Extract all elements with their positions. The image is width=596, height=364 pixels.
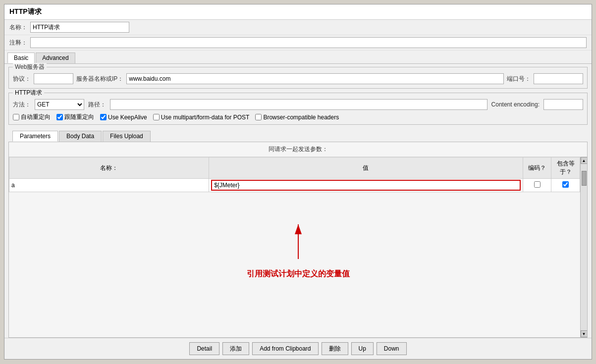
param-value-cell — [209, 179, 523, 192]
add-button[interactable]: 添加 — [222, 342, 249, 355]
tab-files-upload[interactable]: Files Upload — [103, 131, 151, 142]
web-server-section: Web服务器 协议： 服务器名称或IP： 端口号： — [8, 67, 588, 89]
tab-parameters[interactable]: Parameters — [12, 131, 58, 142]
down-button[interactable]: Down — [377, 342, 407, 355]
param-name-value: a — [11, 182, 15, 189]
follow-redirect-checkbox[interactable]: 跟随重定向 — [56, 113, 94, 121]
params-title: 同请求一起发送参数： — [9, 142, 587, 157]
param-include-checkbox[interactable] — [562, 181, 569, 188]
keep-alive-checkbox[interactable]: Use KeepAlive — [100, 114, 147, 121]
sub-tabs: Parameters Body Data Files Upload — [8, 129, 588, 142]
params-table-wrapper: 名称： 值 编码？ 包含等于？ a — [9, 157, 580, 192]
col-header-encode: 编码？ — [523, 157, 551, 179]
server-label: 服务器名称或IP： — [76, 75, 123, 83]
http-request-legend: HTTP请求 — [13, 89, 44, 97]
content-encoding-label: Content encoding: — [491, 101, 540, 108]
auto-redirect-input[interactable] — [13, 114, 19, 120]
arrow-icon — [273, 214, 323, 264]
name-label: 名称： — [9, 23, 27, 32]
panel-title: HTTP请求 — [4, 4, 592, 20]
auto-redirect-checkbox[interactable]: 自动重定向 — [13, 113, 51, 121]
up-button[interactable]: Up — [351, 342, 374, 355]
web-server-legend: Web服务器 — [13, 63, 47, 71]
method-label: 方法： — [13, 101, 31, 109]
params-table: 名称： 值 编码？ 包含等于？ a — [9, 157, 580, 192]
path-input[interactable] — [110, 99, 488, 110]
table-row: a — [9, 179, 580, 192]
params-panel: 同请求一起发送参数： 名称： 值 编码？ 包含等于？ — [8, 142, 588, 338]
path-label: 路径： — [88, 101, 106, 109]
col-header-include: 包含等于？ — [551, 157, 580, 179]
browser-headers-label: Browser-compatible headers — [263, 114, 339, 121]
param-value-input[interactable] — [211, 180, 521, 191]
checkbox-row: 自动重定向 跟随重定向 Use KeepAlive Use multipart/… — [13, 112, 583, 122]
name-input[interactable] — [30, 22, 129, 33]
detail-button[interactable]: Detail — [189, 342, 219, 355]
scroll-thumb[interactable] — [582, 171, 587, 186]
multipart-input[interactable] — [153, 114, 160, 120]
keep-alive-input[interactable] — [100, 114, 107, 120]
params-content-area: 名称： 值 编码？ 包含等于？ a — [9, 157, 587, 337]
port-input[interactable] — [534, 73, 583, 84]
comment-input[interactable] — [30, 37, 587, 48]
scrollbar-right[interactable]: ▲ ▼ — [580, 157, 587, 337]
auto-redirect-label: 自动重定向 — [21, 113, 51, 121]
annotation-text: 引用测试计划中定义的变量值 — [247, 269, 350, 279]
multipart-label: Use multipart/form-data for POST — [161, 114, 250, 121]
bottom-buttons: Detail 添加 Add from Clipboard 删除 Up Down — [4, 338, 592, 359]
comment-label: 注释： — [9, 39, 27, 47]
col-header-value: 值 — [209, 157, 523, 179]
server-input[interactable] — [126, 73, 504, 84]
browser-headers-checkbox[interactable]: Browser-compatible headers — [255, 114, 339, 121]
main-tabs: Basic Advanced — [4, 51, 592, 64]
server-row: 协议： 服务器名称或IP： 端口号： — [13, 73, 583, 84]
param-encode-cell — [523, 179, 551, 192]
delete-button[interactable]: 删除 — [322, 342, 348, 355]
method-select[interactable]: GET POST PUT DELETE — [35, 99, 84, 110]
browser-headers-input[interactable] — [255, 114, 262, 120]
port-label: 端口号： — [507, 75, 531, 83]
protocol-input[interactable] — [34, 73, 73, 84]
annotation-area: 引用测试计划中定义的变量值 — [9, 192, 587, 301]
tab-advanced[interactable]: Advanced — [36, 52, 75, 63]
scroll-down-arrow[interactable]: ▼ — [581, 330, 588, 337]
content-encoding-input[interactable] — [543, 99, 583, 110]
protocol-label: 协议： — [13, 75, 31, 83]
param-include-cell — [551, 179, 580, 192]
col-header-name: 名称： — [9, 157, 209, 179]
tab-body-data[interactable]: Body Data — [59, 131, 102, 142]
comment-row: 注释： — [4, 35, 592, 51]
http-request-section: HTTP请求 方法： GET POST PUT DELETE 路径： Conte… — [8, 93, 588, 125]
param-encode-checkbox[interactable] — [534, 181, 541, 188]
multipart-checkbox[interactable]: Use multipart/form-data for POST — [153, 114, 250, 121]
scroll-up-arrow[interactable]: ▲ — [581, 157, 588, 164]
param-name-cell: a — [9, 179, 209, 192]
follow-redirect-label: 跟随重定向 — [64, 113, 94, 121]
keep-alive-label: Use KeepAlive — [108, 114, 147, 121]
name-row: 名称： — [4, 20, 592, 35]
method-row: 方法： GET POST PUT DELETE 路径： Content enco… — [13, 99, 583, 110]
follow-redirect-input[interactable] — [56, 114, 63, 120]
add-from-clipboard-button[interactable]: Add from Clipboard — [252, 342, 318, 355]
tab-basic[interactable]: Basic — [7, 52, 35, 63]
